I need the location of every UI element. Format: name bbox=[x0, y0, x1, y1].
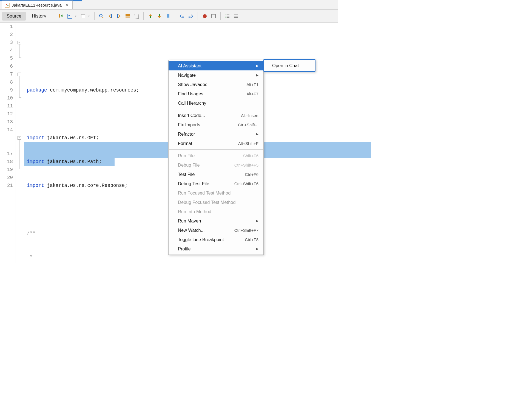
submenu-arrow-icon: ▶ bbox=[256, 64, 258, 68]
toggle-highlight-icon[interactable] bbox=[124, 13, 131, 20]
menu-item-navigate[interactable]: Navigate▶ bbox=[169, 70, 263, 80]
toolbar-separator bbox=[198, 12, 198, 20]
svg-rect-4 bbox=[69, 15, 70, 16]
file-tab[interactable]: JakartaEE11Resource.java ✕ bbox=[2, 1, 73, 9]
menu-item-format[interactable]: FormatAlt+Shift+F bbox=[169, 139, 263, 148]
comment-icon[interactable] bbox=[224, 13, 231, 20]
line-number: 21 bbox=[0, 182, 13, 190]
menu-item-insert-code[interactable]: Insert Code...Alt+Insert bbox=[169, 111, 263, 120]
revert-dropdown-icon[interactable]: ▾ bbox=[88, 15, 90, 18]
fold-toggle-icon[interactable]: − bbox=[18, 41, 21, 44]
menu-item-label: New Watch... bbox=[178, 228, 205, 233]
menu-item-label: Debug Test File bbox=[178, 181, 209, 186]
menu-item-debug-test-file[interactable]: Debug Test FileCtrl+Shift+F6 bbox=[169, 179, 263, 188]
toolbar-separator bbox=[220, 12, 221, 20]
menu-item-profile[interactable]: Profile▶ bbox=[169, 244, 263, 253]
menu-item-run-maven[interactable]: Run Maven▶ bbox=[169, 216, 263, 225]
previous-bookmark-icon[interactable] bbox=[147, 13, 154, 20]
menu-item-shortcut: Ctrl+Shift+F7 bbox=[234, 228, 258, 233]
line-number: 8 bbox=[0, 78, 13, 86]
menu-item-label: Call Hierarchy bbox=[178, 101, 206, 106]
menu-item-label: Insert Code... bbox=[178, 113, 205, 118]
fold-toggle-icon[interactable]: − bbox=[18, 136, 21, 140]
menu-item-call-hierarchy[interactable]: Call Hierarchy bbox=[169, 98, 263, 108]
revert-icon[interactable] bbox=[79, 13, 87, 20]
menu-item-label: AI Assistant bbox=[178, 63, 201, 68]
fold-end bbox=[19, 97, 21, 98]
macro-record-icon[interactable] bbox=[201, 13, 208, 20]
ide-window: JakartaEE11Resource.java ✕ Source Histor… bbox=[0, 0, 338, 263]
shift-left-icon[interactable] bbox=[178, 13, 186, 20]
menu-item-label: Fix Imports bbox=[178, 122, 200, 127]
line-number bbox=[0, 134, 13, 142]
source-view-tab[interactable]: Source bbox=[2, 12, 26, 21]
menu-separator bbox=[169, 109, 263, 109]
code-token: package bbox=[27, 87, 47, 93]
menu-item-shortcut: Ctrl+F8 bbox=[245, 237, 258, 242]
line-number: 10 bbox=[0, 94, 13, 102]
svg-rect-10 bbox=[134, 14, 139, 18]
toggle-bookmark-icon[interactable] bbox=[164, 13, 172, 20]
line-number bbox=[0, 142, 13, 150]
menu-item-run-into-method: Run Into Method bbox=[169, 207, 263, 216]
diff-icon[interactable] bbox=[66, 13, 73, 20]
find-previous-icon[interactable] bbox=[107, 13, 114, 20]
menu-item-refactor[interactable]: Refactor▶ bbox=[169, 129, 263, 139]
ai-assistant-submenu[interactable]: Open in Chat bbox=[263, 59, 315, 72]
text-selection bbox=[24, 150, 164, 158]
line-number: 5 bbox=[0, 55, 13, 62]
svg-rect-14 bbox=[212, 14, 215, 18]
menu-item-label: Refactor bbox=[178, 132, 195, 137]
line-number: 1 bbox=[0, 23, 13, 31]
menu-item-test-file[interactable]: Test FileCtrl+F6 bbox=[169, 170, 263, 179]
svg-point-7 bbox=[99, 14, 102, 17]
shift-right-icon[interactable] bbox=[187, 13, 194, 20]
line-number: 17 bbox=[0, 150, 13, 158]
toggle-rectangular-icon[interactable] bbox=[133, 13, 140, 20]
line-number: 13 bbox=[0, 118, 13, 126]
menu-item-show-javadoc[interactable]: Show JavadocAlt+F1 bbox=[169, 80, 263, 89]
close-tab-icon[interactable]: ✕ bbox=[66, 3, 69, 8]
toolbar-separator bbox=[94, 12, 95, 20]
menu-separator bbox=[169, 149, 263, 150]
find-selection-icon[interactable] bbox=[98, 13, 105, 20]
fold-guide bbox=[19, 140, 19, 169]
fold-guide bbox=[19, 76, 19, 97]
line-number: 19 bbox=[0, 166, 13, 174]
menu-item-new-watch[interactable]: New Watch...Ctrl+Shift+F7 bbox=[169, 225, 263, 235]
editor-context-menu[interactable]: AI Assistant▶Navigate▶Show JavadocAlt+F1… bbox=[168, 60, 264, 255]
code-token: jakarta.ws.rs.core.Response; bbox=[44, 183, 128, 188]
fold-guide bbox=[19, 44, 19, 58]
menu-item-debug-focused-test-method: Debug Focused Test Method bbox=[169, 198, 263, 207]
submenu-arrow-icon: ▶ bbox=[256, 132, 258, 136]
menu-item-debug-file: Debug FileCtrl+Shift+F5 bbox=[169, 160, 263, 170]
line-number: 12 bbox=[0, 110, 13, 118]
macro-stop-icon[interactable] bbox=[210, 13, 217, 20]
next-bookmark-icon[interactable] bbox=[156, 13, 163, 20]
svg-rect-9 bbox=[126, 16, 130, 18]
menu-item-ai-assistant[interactable]: AI Assistant▶ bbox=[169, 61, 263, 70]
uncomment-icon[interactable] bbox=[233, 13, 240, 20]
fold-toggle-icon[interactable]: − bbox=[18, 73, 21, 76]
menu-item-label: Find Usages bbox=[178, 91, 203, 96]
line-number: 2 bbox=[0, 31, 13, 39]
editor-tab-bar: JakartaEE11Resource.java ✕ bbox=[0, 0, 338, 10]
diff-dropdown-icon[interactable]: ▾ bbox=[75, 15, 77, 18]
history-view-tab[interactable]: History bbox=[27, 12, 51, 21]
svg-point-2 bbox=[7, 5, 8, 6]
menu-item-shortcut: Ctrl+Shift+F6 bbox=[234, 181, 258, 186]
line-number: 6 bbox=[0, 62, 13, 70]
code-token: jakarta.ws.rs.Path; bbox=[44, 159, 102, 164]
menu-item-toggle-line-breakpoint[interactable]: Toggle Line BreakpointCtrl+F8 bbox=[169, 235, 263, 244]
find-next-icon[interactable] bbox=[115, 13, 123, 20]
menu-item-shortcut: Alt+Insert bbox=[241, 113, 258, 118]
menu-item-fix-imports[interactable]: Fix ImportsCtrl+Shift+I bbox=[169, 120, 263, 129]
menu-item-find-usages[interactable]: Find UsagesAlt+F7 bbox=[169, 89, 263, 98]
menu-item-open-in-chat[interactable]: Open in Chat bbox=[264, 61, 315, 70]
code-token: jakarta.ws.rs.GET; bbox=[44, 135, 99, 141]
svg-rect-11 bbox=[150, 16, 151, 18]
last-edit-icon[interactable] bbox=[58, 13, 65, 20]
line-number: 11 bbox=[0, 102, 13, 110]
menu-item-label: Debug File bbox=[178, 162, 200, 168]
menu-item-run-file: Run FileShift+F6 bbox=[169, 151, 263, 160]
